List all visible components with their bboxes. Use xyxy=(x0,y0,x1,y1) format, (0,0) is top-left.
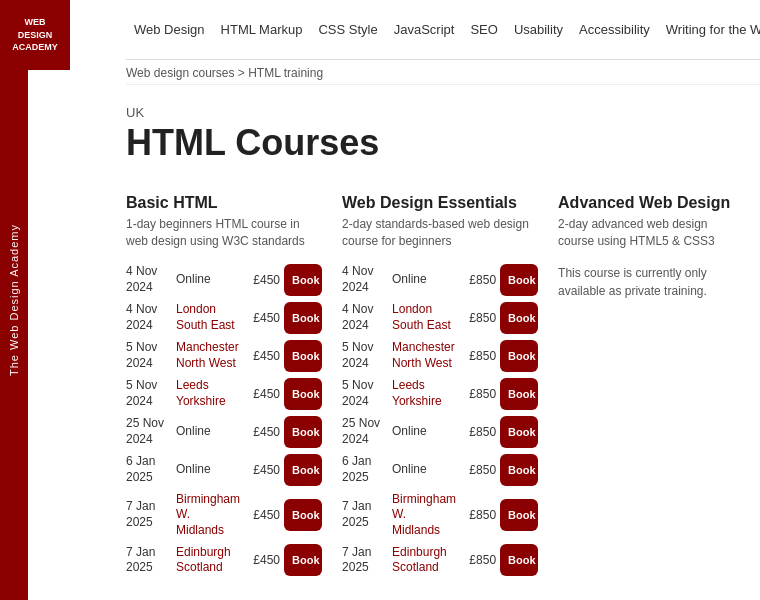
course-date: 7 Jan2025 xyxy=(342,499,388,530)
book-button[interactable]: Book xyxy=(500,416,538,448)
table-row: 5 Nov2024 LeedsYorkshire £850 Book xyxy=(342,378,538,410)
logo-line2: DESIGN xyxy=(18,29,53,42)
course-price: £450 xyxy=(244,387,280,401)
course-price: £850 xyxy=(460,508,496,522)
course-price: £850 xyxy=(460,273,496,287)
book-button[interactable]: Book xyxy=(500,302,538,334)
book-button[interactable]: Book xyxy=(500,499,538,531)
course-price: £850 xyxy=(460,311,496,325)
course-price: £450 xyxy=(244,273,280,287)
course-date: 25 Nov2024 xyxy=(126,416,172,447)
course-basic-html: Basic HTML 1-day beginners HTML course i… xyxy=(126,194,342,582)
course-price: £450 xyxy=(244,508,280,522)
course-price: £450 xyxy=(244,349,280,363)
nav-html-markup[interactable]: HTML Markup xyxy=(213,22,311,37)
nav-css-style[interactable]: CSS Style xyxy=(310,22,385,37)
course-price: £450 xyxy=(244,425,280,439)
table-row: 5 Nov2024 LeedsYorkshire £450 Book xyxy=(126,378,322,410)
book-button[interactable]: Book xyxy=(284,378,322,410)
breadcrumb-web-design-courses[interactable]: Web design courses xyxy=(126,66,235,80)
course-price: £450 xyxy=(244,311,280,325)
course-location: ManchesterNorth West xyxy=(176,340,240,371)
course-date: 7 Jan2025 xyxy=(126,545,172,576)
book-button[interactable]: Book xyxy=(284,499,322,531)
table-row: 4 Nov2024 Online £450 Book xyxy=(126,264,322,296)
course-location: LondonSouth East xyxy=(176,302,240,333)
table-row: 5 Nov2024 ManchesterNorth West £850 Book xyxy=(342,340,538,372)
top-nav: Web Design HTML Markup CSS Style JavaScr… xyxy=(126,0,760,60)
book-button[interactable]: Book xyxy=(284,302,322,334)
course-date: 4 Nov2024 xyxy=(342,264,388,295)
table-row: 5 Nov2024 ManchesterNorth West £450 Book xyxy=(126,340,322,372)
course-date: 4 Nov2024 xyxy=(342,302,388,333)
logo-line1: WEB xyxy=(25,16,46,29)
course-location: Online xyxy=(176,424,240,440)
nav-web-design[interactable]: Web Design xyxy=(126,22,213,37)
course-location: ManchesterNorth West xyxy=(392,340,456,371)
breadcrumb-html-training: HTML training xyxy=(248,66,323,80)
course-location: Online xyxy=(176,462,240,478)
table-row: 7 Jan2025 EdinburghScotland £450 Book xyxy=(126,544,322,576)
course-date: 5 Nov2024 xyxy=(126,378,172,409)
course-location: Online xyxy=(392,424,456,440)
course-price: £850 xyxy=(460,425,496,439)
course-price: £850 xyxy=(460,349,496,363)
page-title: HTML Courses xyxy=(126,122,740,164)
book-button[interactable]: Book xyxy=(500,340,538,372)
main-content: UK HTML Courses Basic HTML 1-day beginne… xyxy=(126,85,760,600)
course-date: 7 Jan2025 xyxy=(126,499,172,530)
course-location: Online xyxy=(392,462,456,478)
nav-accessibility[interactable]: Accessibility xyxy=(571,22,658,37)
course-basic-html-title: Basic HTML xyxy=(126,194,322,212)
course-location: EdinburghScotland xyxy=(392,545,456,576)
table-row: 4 Nov2024 LondonSouth East £850 Book xyxy=(342,302,538,334)
nav-writing[interactable]: Writing for the Web xyxy=(658,22,760,37)
course-location: BirminghamW. Midlands xyxy=(392,492,456,539)
sidebar-label: The Web Design Academy xyxy=(8,224,20,376)
course-advanced-note: This course is currently only available … xyxy=(558,264,740,300)
course-date: 4 Nov2024 xyxy=(126,302,172,333)
nav-usability[interactable]: Usability xyxy=(506,22,571,37)
course-essentials-desc: 2-day standards-based web design course … xyxy=(342,216,538,250)
course-location: Online xyxy=(392,272,456,288)
course-location: LeedsYorkshire xyxy=(392,378,456,409)
course-basic-html-desc: 1-day beginners HTML course in web desig… xyxy=(126,216,322,250)
table-row: 25 Nov2024 Online £450 Book xyxy=(126,416,322,448)
logo-line3: ACADEMY xyxy=(12,41,58,54)
logo[interactable]: WEB DESIGN ACADEMY xyxy=(0,0,70,70)
book-button[interactable]: Book xyxy=(284,340,322,372)
course-web-design-essentials: Web Design Essentials 2-day standards-ba… xyxy=(342,194,558,582)
book-button[interactable]: Book xyxy=(500,544,538,576)
book-button[interactable]: Book xyxy=(284,454,322,486)
book-button[interactable]: Book xyxy=(500,454,538,486)
course-date: 4 Nov2024 xyxy=(126,264,172,295)
course-date: 25 Nov2024 xyxy=(342,416,388,447)
book-button[interactable]: Book xyxy=(500,264,538,296)
course-location: LondonSouth East xyxy=(392,302,456,333)
nav-javascript[interactable]: JavaScript xyxy=(386,22,463,37)
course-price: £450 xyxy=(244,553,280,567)
course-date: 7 Jan2025 xyxy=(342,545,388,576)
course-location: EdinburghScotland xyxy=(176,545,240,576)
course-location: Online xyxy=(176,272,240,288)
course-price: £450 xyxy=(244,463,280,477)
book-button[interactable]: Book xyxy=(284,544,322,576)
course-date: 5 Nov2024 xyxy=(342,378,388,409)
sidebar: The Web Design Academy xyxy=(0,0,28,600)
course-essentials-title: Web Design Essentials xyxy=(342,194,538,212)
book-button[interactable]: Book xyxy=(284,416,322,448)
nav-seo[interactable]: SEO xyxy=(462,22,505,37)
course-date: 6 Jan2025 xyxy=(126,454,172,485)
breadcrumb: Web design courses > HTML training xyxy=(126,60,760,85)
course-price: £850 xyxy=(460,463,496,477)
course-location: BirminghamW. Midlands xyxy=(176,492,240,539)
course-price: £850 xyxy=(460,553,496,567)
table-row: 6 Jan2025 Online £450 Book xyxy=(126,454,322,486)
nav-items: Web Design HTML Markup CSS Style JavaScr… xyxy=(126,16,760,44)
course-advanced-web-design: Advanced Web Design 2-day advanced web d… xyxy=(558,194,740,582)
book-button[interactable]: Book xyxy=(284,264,322,296)
table-row: 6 Jan2025 Online £850 Book xyxy=(342,454,538,486)
book-button[interactable]: Book xyxy=(500,378,538,410)
course-advanced-title: Advanced Web Design xyxy=(558,194,740,212)
region-label: UK xyxy=(126,105,740,120)
